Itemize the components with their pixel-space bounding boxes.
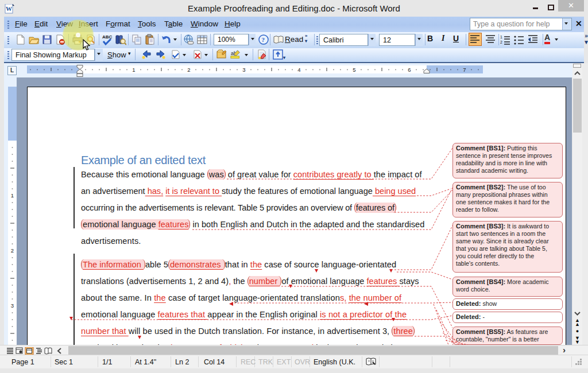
svg-text:7: 7 [463,67,466,73]
svg-text:5: 5 [353,67,355,73]
svg-text:1: 1 [11,192,14,199]
svg-text:?: ? [262,36,265,43]
svg-text:3: 3 [242,67,245,73]
svg-text:1: 1 [132,67,135,73]
svg-text:2: 2 [500,40,502,44]
svg-text:6: 6 [408,67,411,73]
svg-text:1: 1 [500,35,502,39]
svg-text:ABC: ABC [102,34,113,40]
svg-text:2: 2 [187,67,190,73]
svg-text:4: 4 [297,67,300,73]
svg-text:2: 2 [11,247,14,254]
svg-text:3: 3 [11,302,14,309]
